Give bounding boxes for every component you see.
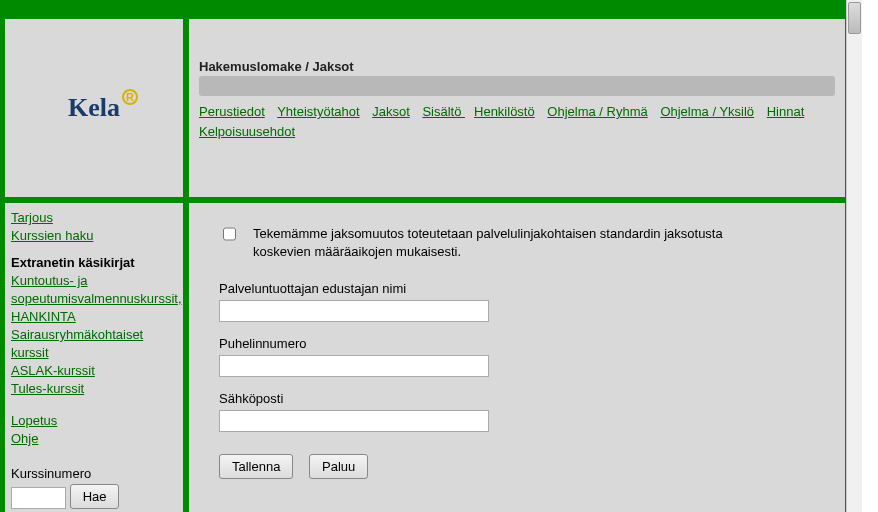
- logo: Kela R: [68, 93, 120, 123]
- logo-text: Kela: [68, 93, 120, 122]
- jaksomuutos-checkbox[interactable]: [223, 227, 236, 241]
- tab-kelpoisuusehdot[interactable]: Kelpoisuusehdot: [199, 124, 295, 139]
- page-title: Hakemuslomake / Jaksot: [199, 59, 835, 74]
- field-label-sahkoposti: Sähköposti: [219, 391, 815, 406]
- sidebar-heading-extranet: Extranetin käsikirjat: [11, 255, 177, 270]
- sidebar-link-ohje[interactable]: Ohje: [11, 430, 177, 448]
- sidebar-link-tules[interactable]: Tules-kurssit: [11, 380, 177, 398]
- sidebar-link-sairaus[interactable]: Sairausryhmäkohtaiset kurssit: [11, 326, 177, 362]
- search-button[interactable]: Hae: [70, 484, 120, 509]
- header-grey-strip: [199, 76, 835, 96]
- sidebar-link-aslak[interactable]: ASLAK-kurssit: [11, 362, 177, 380]
- back-button[interactable]: Paluu: [309, 454, 368, 479]
- tab-henkilosto[interactable]: Henkilöstö: [474, 104, 535, 119]
- tab-hinnat[interactable]: Hinnat: [767, 104, 805, 119]
- page-scrollbar[interactable]: [846, 0, 862, 512]
- header-tabs: Perustiedot Yhteistyötahot Jaksot Sisält…: [199, 102, 835, 142]
- field-label-edustaja: Palveluntuottajan edustajan nimi: [219, 281, 815, 296]
- header-panel: Hakemuslomake / Jaksot Perustiedot Yhtei…: [188, 18, 846, 198]
- sidebar: Tarjous Kurssien haku Extranetin käsikir…: [4, 202, 184, 512]
- field-label-puhelin: Puhelinnumero: [219, 336, 815, 351]
- sidebar-link-kuntoutus[interactable]: Kuntoutus- ja sopeutumisvalmennuskurssit…: [11, 272, 177, 326]
- scroll-thumb[interactable]: [848, 2, 861, 34]
- field-input-edustaja[interactable]: [219, 300, 489, 322]
- sidebar-link-kurssien-haku[interactable]: Kurssien haku: [11, 227, 177, 245]
- tab-ohjelma-ryhma[interactable]: Ohjelma / Ryhmä: [547, 104, 647, 119]
- logo-cell: Kela R: [4, 18, 184, 198]
- jaksomuutos-text: Tekemämme jaksomuutos toteutetaan palvel…: [253, 225, 739, 261]
- tab-yhteistyotahot[interactable]: Yhteistyötahot: [277, 104, 359, 119]
- field-input-sahkoposti[interactable]: [219, 410, 489, 432]
- field-input-puhelin[interactable]: [219, 355, 489, 377]
- search-label: Kurssinumero: [11, 466, 177, 481]
- tab-perustiedot[interactable]: Perustiedot: [199, 104, 265, 119]
- sidebar-link-tarjous[interactable]: Tarjous: [11, 209, 177, 227]
- sidebar-link-lopetus[interactable]: Lopetus: [11, 412, 177, 430]
- tab-jaksot[interactable]: Jaksot: [372, 104, 410, 119]
- tab-ohjelma-yksilo[interactable]: Ohjelma / Yksilö: [660, 104, 754, 119]
- search-input[interactable]: [11, 487, 66, 509]
- main-panel: Tekemämme jaksomuutos toteutetaan palvel…: [188, 202, 846, 512]
- logo-badge-icon: R: [122, 89, 138, 105]
- tab-sisalto[interactable]: Sisältö: [422, 104, 465, 119]
- save-button[interactable]: Tallenna: [219, 454, 293, 479]
